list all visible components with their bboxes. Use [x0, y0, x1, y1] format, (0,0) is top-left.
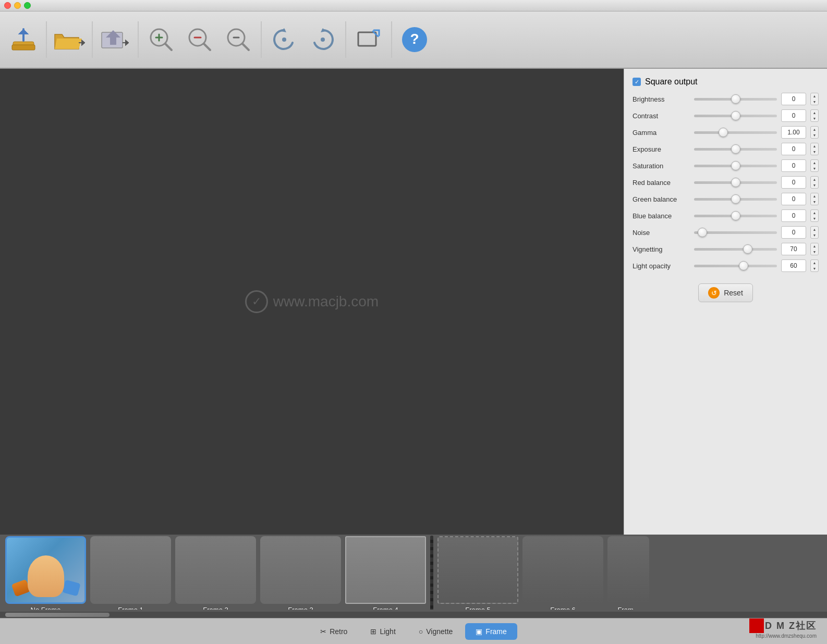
frame2-thumb[interactable]: Frame 2: [175, 536, 256, 610]
brightness-slider[interactable]: [694, 98, 777, 101]
zoom-in-button[interactable]: [143, 19, 179, 60]
gamma-thumb[interactable]: [719, 128, 728, 137]
exposure-slider[interactable]: [694, 148, 777, 151]
light-opacity-stepper[interactable]: ▲ ▼: [810, 259, 819, 272]
contrast-value[interactable]: 0: [781, 109, 806, 122]
rotate-ccw-button[interactable]: [266, 19, 302, 60]
saturation-down[interactable]: ▼: [811, 166, 818, 171]
gamma-up[interactable]: ▲: [811, 127, 818, 132]
gamma-value[interactable]: 1.00: [781, 126, 806, 139]
contrast-stepper[interactable]: ▲ ▼: [810, 109, 819, 122]
saturation-slider[interactable]: [694, 165, 777, 167]
green-balance-slider[interactable]: [694, 198, 777, 201]
zoom-out-button[interactable]: [181, 19, 218, 60]
noise-down[interactable]: ▼: [811, 232, 818, 238]
blue-balance-up[interactable]: ▲: [811, 210, 818, 216]
exposure-up[interactable]: ▲: [811, 143, 818, 149]
exposure-thumb[interactable]: [731, 144, 740, 154]
red-balance-slider[interactable]: [694, 181, 777, 184]
green-balance-value[interactable]: 0: [781, 193, 806, 205]
light-opacity-down[interactable]: ▼: [811, 266, 818, 271]
frame4-thumb[interactable]: Frame 4: [345, 536, 426, 610]
upload-button[interactable]: [5, 19, 42, 60]
blue-balance-value[interactable]: 0: [781, 209, 806, 222]
frame3-thumb[interactable]: Frame 3: [260, 536, 341, 610]
brightness-value[interactable]: 0: [781, 93, 806, 105]
vignetting-slider[interactable]: [694, 248, 777, 251]
light-opacity-value[interactable]: 60: [781, 259, 806, 272]
brightness-row: Brightness 0 ▲ ▼: [633, 93, 819, 105]
close-button[interactable]: [4, 2, 11, 9]
noise-thumb[interactable]: [698, 228, 707, 237]
red-balance-stepper[interactable]: ▲ ▼: [810, 176, 819, 189]
brightness-down[interactable]: ▼: [811, 99, 818, 105]
scroll-bar-thumb[interactable]: [5, 613, 110, 617]
rotate-cw-button[interactable]: [305, 19, 341, 60]
red-balance-value[interactable]: 0: [781, 176, 806, 189]
fullscreen-button[interactable]: [350, 19, 387, 60]
maximize-button[interactable]: [24, 2, 31, 9]
vignetting-thumb[interactable]: [743, 244, 752, 254]
tab-vignette[interactable]: ○ Vignette: [408, 623, 464, 640]
open-button[interactable]: [51, 19, 88, 60]
red-balance-up[interactable]: ▲: [811, 177, 818, 182]
frame6-thumb[interactable]: Frame 6: [522, 536, 603, 610]
toolbar: ?: [0, 11, 827, 69]
no-frame-thumb[interactable]: No Frame: [5, 536, 86, 610]
filmstrip-scroll[interactable]: [0, 612, 827, 618]
dmz-red-square: [749, 618, 764, 633]
saturation-up[interactable]: ▲: [811, 160, 818, 166]
export-button[interactable]: [97, 19, 133, 60]
zoom-fit-button[interactable]: [220, 19, 257, 60]
noise-slider[interactable]: [694, 231, 777, 234]
brightness-up[interactable]: ▲: [811, 93, 818, 99]
canvas-area: ✓ www.macjb.com: [0, 69, 624, 535]
vignetting-value[interactable]: 70: [781, 243, 806, 255]
contrast-up[interactable]: ▲: [811, 110, 818, 116]
contrast-slider[interactable]: [694, 115, 777, 117]
light-opacity-up[interactable]: ▲: [811, 260, 818, 266]
vignetting-stepper[interactable]: ▲ ▼: [810, 243, 819, 255]
frame3-image: [260, 536, 341, 604]
minimize-button[interactable]: [14, 2, 21, 9]
noise-value[interactable]: 0: [781, 226, 806, 239]
gamma-slider[interactable]: [694, 131, 777, 134]
gamma-stepper[interactable]: ▲ ▼: [810, 126, 819, 139]
frame5-thumb[interactable]: Frame 5: [437, 536, 518, 610]
vignetting-down[interactable]: ▼: [811, 249, 818, 255]
red-balance-thumb[interactable]: [731, 178, 740, 187]
help-button[interactable]: ?: [396, 19, 433, 60]
brightness-stepper[interactable]: ▲ ▼: [810, 93, 819, 105]
gamma-down[interactable]: ▼: [811, 132, 818, 138]
exposure-stepper[interactable]: ▲ ▼: [810, 143, 819, 155]
green-balance-thumb[interactable]: [731, 194, 740, 204]
saturation-value[interactable]: 0: [781, 159, 806, 172]
contrast-thumb[interactable]: [731, 111, 740, 120]
vignetting-up[interactable]: ▲: [811, 243, 818, 249]
tab-light[interactable]: ⊞ Light: [360, 623, 406, 640]
saturation-thumb[interactable]: [731, 161, 740, 170]
blue-balance-stepper[interactable]: ▲ ▼: [810, 209, 819, 222]
square-output-checkbox[interactable]: ✓: [633, 78, 641, 86]
tab-retro[interactable]: ✂ Retro: [310, 623, 358, 640]
tab-frame[interactable]: ▣ Frame: [465, 623, 517, 640]
red-balance-down[interactable]: ▼: [811, 182, 818, 188]
contrast-down[interactable]: ▼: [811, 116, 818, 121]
reset-button[interactable]: ↺ Reset: [698, 283, 753, 302]
green-balance-down[interactable]: ▼: [811, 199, 818, 205]
green-balance-stepper[interactable]: ▲ ▼: [810, 193, 819, 205]
frame7-thumb[interactable]: Fram...: [607, 536, 649, 610]
frame1-thumb[interactable]: Frame 1: [90, 536, 171, 610]
blue-balance-slider[interactable]: [694, 215, 777, 217]
light-opacity-slider[interactable]: [694, 265, 777, 267]
green-balance-up[interactable]: ▲: [811, 193, 818, 199]
saturation-stepper[interactable]: ▲ ▼: [810, 159, 819, 172]
brightness-thumb[interactable]: [731, 94, 740, 104]
blue-balance-down[interactable]: ▼: [811, 216, 818, 221]
blue-balance-thumb[interactable]: [731, 211, 740, 220]
noise-stepper[interactable]: ▲ ▼: [810, 226, 819, 239]
light-opacity-thumb[interactable]: [739, 261, 748, 270]
noise-up[interactable]: ▲: [811, 227, 818, 232]
exposure-down[interactable]: ▼: [811, 149, 818, 155]
exposure-value[interactable]: 0: [781, 143, 806, 155]
